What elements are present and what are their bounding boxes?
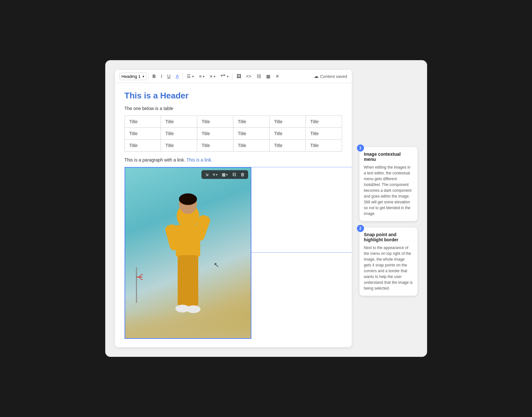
img-layout-icon: ▦ [222, 172, 226, 177]
quote-button[interactable]: ❝❞ ▾ [219, 72, 230, 80]
table-cell: Title [197, 116, 233, 128]
img-resize-icon: ⇲ [205, 172, 209, 177]
bullet-list-button[interactable]: ☰ ▾ [185, 72, 196, 80]
editor-panel: Heading 1 ▾ B I U A ☰ ▾ ≡ ▾ ≡ ▾ ❝❞ [115, 70, 352, 347]
toolbar-divider-3 [232, 73, 233, 79]
snap-line-top [251, 167, 352, 167]
link-button[interactable]: ⛓ [255, 72, 263, 80]
selected-image-container[interactable]: ⇲ ≡ ▾ ▦ ▾ ⛓ [125, 167, 251, 339]
table-intro-paragraph: The one below is a table [125, 106, 342, 111]
img-align-chevron-icon: ▾ [216, 173, 218, 176]
table-button[interactable]: ▦ [264, 72, 272, 80]
image-wrapper: ⇲ ≡ ▾ ▦ ▾ ⛓ [125, 167, 251, 339]
code-icon: <> [246, 74, 251, 79]
align-chevron-icon: ▾ [214, 75, 215, 78]
table-cell: Title [306, 140, 342, 152]
img-resize-button[interactable]: ⇲ [203, 171, 210, 178]
table-row: TitleTitleTitleTitleTitleTitle [125, 140, 342, 152]
cloud-icon: ☁ [314, 73, 319, 79]
heading-chevron-icon: ▾ [143, 75, 144, 78]
table-cell: Title [233, 140, 270, 152]
ordered-list-chevron-icon: ▾ [203, 75, 204, 78]
person-svg [149, 184, 227, 332]
heading-select-label: Heading 1 [122, 74, 141, 79]
annotation-title-1: Image contextual menu [364, 152, 413, 162]
img-align-icon: ≡ [213, 172, 215, 177]
doc-link[interactable]: This is a link. [186, 157, 212, 162]
img-layout-chevron-icon: ▾ [226, 173, 228, 176]
bullet-list-chevron-icon: ▾ [192, 75, 194, 78]
image-display [125, 168, 251, 338]
table-cell: Title [161, 116, 197, 128]
table-cell: Title [125, 116, 161, 128]
quote-icon: ❝❞ [220, 74, 226, 79]
toolbar-divider-2 [182, 73, 183, 79]
table-icon: ▦ [266, 74, 270, 79]
snap-line-bottom [251, 252, 352, 253]
basketball-hoop-svg [130, 267, 143, 306]
table-cell: Title [161, 128, 197, 140]
annotation-body-2: Next to the appearance of the menu on to… [364, 245, 413, 291]
bold-button[interactable]: B [151, 72, 158, 80]
screen-container: Heading 1 ▾ B I U A ☰ ▾ ≡ ▾ ≡ ▾ ❝❞ [105, 60, 427, 357]
annotation-card-1: 1 Image contextual menu When editing the… [359, 147, 417, 221]
table-cell: Title [269, 140, 306, 152]
svg-rect-10 [184, 255, 198, 307]
table-cell: Title [233, 128, 270, 140]
ordered-list-icon: ≡ [199, 74, 201, 79]
align-icon: ≡ [210, 74, 212, 79]
img-delete-icon: 🗑 [240, 172, 245, 177]
table-row: TitleTitleTitleTitleTitleTitle [125, 116, 342, 128]
annotation-badge-2: 2 [357, 225, 364, 232]
editor-toolbar: Heading 1 ▾ B I U A ☰ ▾ ≡ ▾ ≡ ▾ ❝❞ [115, 70, 352, 83]
bullet-list-icon: ☰ [187, 74, 191, 79]
link-icon: ⛓ [257, 74, 261, 79]
paragraph-text: This is a paragraph with a link. [125, 157, 187, 162]
img-delete-button[interactable]: 🗑 [239, 171, 246, 178]
table-cell: Title [125, 140, 161, 152]
annotation-card-2: 2 Snap point and highlight border Next t… [359, 227, 417, 296]
table-row: TitleTitleTitleTitleTitleTitle [125, 128, 342, 140]
quote-chevron-icon: ▾ [227, 75, 229, 78]
code-button[interactable]: <> [244, 72, 253, 80]
image-contextual-toolbar: ⇲ ≡ ▾ ▦ ▾ ⛓ [201, 170, 248, 179]
heading-select[interactable]: Heading 1 ▾ [119, 73, 146, 80]
table-cell: Title [161, 140, 197, 152]
table-cell: Title [233, 116, 270, 128]
table-cell: Title [306, 128, 342, 140]
annotation-panel: 1 Image contextual menu When editing the… [359, 70, 417, 347]
italic-button[interactable]: I [159, 72, 164, 80]
table-cell: Title [269, 116, 306, 128]
color-button[interactable]: A [174, 72, 181, 80]
img-layout-button[interactable]: ▦ ▾ [220, 171, 229, 178]
clear-format-icon: ✕ [275, 74, 279, 79]
image-button[interactable]: 🖼 [235, 72, 243, 80]
svg-point-5 [179, 193, 197, 205]
table-cell: Title [197, 128, 233, 140]
annotation-badge-1: 1 [357, 144, 364, 152]
svg-point-12 [186, 305, 201, 313]
ground-gradient [125, 312, 251, 338]
table-cell: Title [197, 140, 233, 152]
content-saved-label: Content saved [320, 74, 347, 79]
img-align-button[interactable]: ≡ ▾ [211, 171, 219, 178]
ordered-list-button[interactable]: ≡ ▾ [197, 72, 206, 80]
image-icon: 🖼 [237, 74, 241, 79]
document-header[interactable]: This is a Header [125, 91, 342, 101]
annotation-body-1: When editing the images in a text editor… [364, 164, 413, 217]
table-cell: Title [306, 116, 342, 128]
img-link-button[interactable]: ⛓ [230, 171, 238, 178]
content-saved-indicator: ☁ Content saved [314, 73, 347, 79]
annotation-title-2: Snap point and highlight border [364, 232, 413, 242]
toolbar-divider-1 [148, 73, 149, 79]
table-cell: Title [269, 128, 306, 140]
document-table: TitleTitleTitleTitleTitleTitleTitleTitle… [125, 116, 342, 152]
editor-content[interactable]: This is a Header The one below is a tabl… [115, 83, 352, 347]
align-button[interactable]: ≡ ▾ [208, 72, 217, 80]
img-link-icon: ⛓ [232, 172, 236, 177]
clear-format-button[interactable]: ✕ [274, 72, 281, 80]
table-cell: Title [125, 128, 161, 140]
underline-button[interactable]: U [165, 72, 173, 80]
link-paragraph: This is a paragraph with a link. This is… [125, 157, 342, 162]
